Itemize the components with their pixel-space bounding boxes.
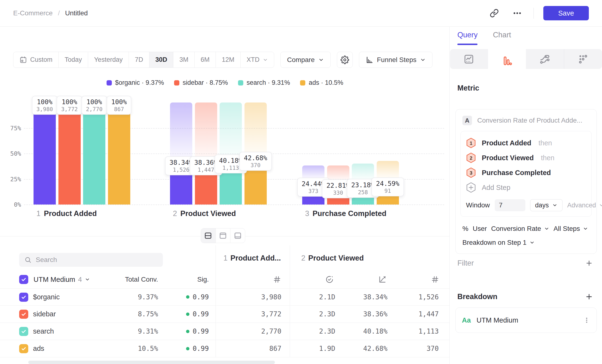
chart-type-funnel[interactable] — [488, 49, 526, 72]
add-filter-button[interactable] — [584, 258, 594, 268]
select-all-checkbox[interactable] — [19, 275, 28, 284]
add-breakdown-button[interactable] — [584, 291, 594, 302]
add-step-button[interactable]: Add Step — [466, 180, 586, 195]
step2-count: 1,113 — [395, 323, 439, 340]
tab-label: Query — [457, 31, 477, 39]
step-number: 2 — [173, 209, 177, 218]
view-table-only-button[interactable] — [230, 228, 245, 243]
y-axis-tick: 0% — [7, 201, 21, 208]
row-checkbox[interactable] — [19, 344, 28, 353]
window-unit-select[interactable]: days — [530, 199, 562, 211]
y-axis-tick: 50% — [7, 150, 21, 157]
group-by-header[interactable]: UTM Medium 4 — [33, 276, 90, 284]
funnel-bar[interactable] — [33, 103, 56, 204]
row-checkbox[interactable] — [19, 310, 28, 319]
chart-type-scatter[interactable] — [564, 49, 602, 69]
measure-user-select[interactable]: User — [473, 225, 487, 233]
window-value-input[interactable] — [495, 199, 525, 211]
step1-count-column-button[interactable] — [269, 273, 285, 285]
breadcrumb: E-Commerce / Untitled — [13, 9, 88, 17]
hash-icon — [431, 276, 439, 283]
chevron-down-icon — [552, 203, 558, 208]
row-checkbox[interactable] — [19, 293, 28, 302]
funnel-bar-dropoff — [170, 103, 192, 165]
bar-percent: 24.59% — [376, 180, 399, 187]
breadcrumb-title[interactable]: Untitled — [65, 9, 88, 17]
metric-heading: Metric — [457, 84, 479, 92]
step2-time: 2.3D — [297, 306, 335, 322]
chart-type-flow[interactable] — [526, 49, 564, 69]
chart-type-strip — [450, 49, 602, 69]
bar-percent: 22.81% — [326, 182, 350, 189]
chart-type-line[interactable] — [450, 49, 488, 69]
breakdown-on-select[interactable]: Breakdown on Step 1 — [456, 233, 596, 246]
metric-step-name: Purchase Completed — [482, 169, 551, 177]
breakdown-item-menu-button[interactable] — [583, 317, 590, 324]
table-row[interactable]: sidebar8.75%0.993,7722.3D38.36%1,447 — [0, 306, 450, 323]
step2-time-column-button[interactable] — [322, 273, 337, 285]
funnel-bar-dropoff — [327, 165, 349, 181]
table-row[interactable]: search9.31%0.992,7702.3D40.18%1,113 — [0, 323, 450, 340]
table-row[interactable]: $organic9.37%0.993,9802.1D38.34%1,526 — [0, 288, 450, 306]
search-input[interactable] — [36, 256, 158, 264]
step2-count-column-button[interactable] — [427, 273, 443, 285]
bar-percent: 100% — [36, 98, 53, 106]
funnel-bar-dropoff — [352, 164, 374, 181]
metric-title: Conversion Rate of Product Adde... — [477, 117, 582, 124]
metric-step-row[interactable]: 2Product Viewedthen — [466, 150, 586, 165]
breakdown-item-card[interactable]: Aa UTM Medium — [455, 308, 597, 333]
measure-steps-select[interactable]: All Steps — [554, 225, 588, 233]
total-conv-header[interactable]: Total Conv. — [110, 273, 158, 285]
metric-step-row[interactable]: 1Product Addedthen — [466, 136, 586, 150]
breadcrumb-project[interactable]: E-Commerce — [13, 9, 53, 17]
step-name: Product Viewed — [308, 254, 364, 262]
more-menu-button[interactable] — [511, 6, 524, 20]
step2-time: 2.3D — [297, 323, 335, 340]
metric-step-row[interactable]: 3Purchase Completed — [466, 165, 586, 180]
funnel-bar[interactable] — [58, 103, 81, 204]
step2-conv: 38.36% — [343, 306, 387, 322]
bar-count: 370 — [244, 162, 267, 168]
add-step-label: Add Step — [482, 184, 510, 192]
funnel-steps-card: 1Product Addedthen2Product Viewedthen3Pu… — [461, 131, 592, 217]
check-icon — [21, 311, 27, 317]
topbar-divider — [534, 8, 534, 19]
table-body: $organic9.37%0.993,9802.1D38.34%1,526sid… — [0, 288, 450, 357]
step2-time: 2.1D — [297, 289, 335, 305]
view-split-button[interactable] — [201, 228, 216, 243]
bar-count: 2,770 — [86, 106, 102, 112]
view-chart-only-button[interactable] — [216, 228, 231, 243]
plus-icon — [585, 259, 593, 267]
chevron-down-icon — [599, 203, 602, 208]
bar-value-label: 100%3,772 — [56, 96, 82, 115]
step2-conv-column-button[interactable] — [375, 273, 390, 285]
save-button[interactable]: Save — [543, 6, 589, 20]
svg-text:3: 3 — [470, 170, 472, 176]
metric-title-row[interactable]: A Conversion Rate of Product Adde... — [456, 116, 596, 131]
ellipsis-icon — [512, 8, 522, 18]
svg-text:1: 1 — [470, 140, 472, 146]
table-row[interactable]: ads10.5%0.998671.9D42.68%370 — [0, 340, 450, 357]
sidebar-tab-chart[interactable]: Chart — [493, 31, 511, 45]
sig-header[interactable]: Sig. — [161, 273, 209, 285]
measure-conversion-select[interactable]: Conversion Rate — [491, 225, 549, 233]
step-hexagon-badge: 3 — [466, 167, 476, 178]
significance-dot — [186, 347, 189, 350]
row-label: search — [33, 323, 110, 340]
funnel-bar[interactable] — [108, 103, 130, 204]
share-link-button[interactable] — [488, 6, 501, 20]
step-hexagon-badge: 2 — [466, 152, 476, 163]
row-checkbox[interactable] — [19, 327, 28, 336]
bar-value-label: 100%2,770 — [81, 96, 107, 115]
gridline — [24, 204, 444, 205]
bar-count: 1,526 — [170, 167, 193, 173]
step2-time: 1.9D — [297, 340, 335, 357]
bottom-panel-icon — [234, 231, 242, 240]
step2-conv: 40.18% — [343, 323, 387, 340]
horizontal-scrollbar[interactable] — [28, 361, 275, 364]
advanced-toggle[interactable]: Advanced — [567, 202, 602, 209]
funnel-bar[interactable] — [83, 103, 105, 204]
chevron-down-icon — [529, 240, 535, 245]
hash-icon — [273, 276, 281, 283]
sidebar-tab-query[interactable]: Query — [457, 31, 477, 45]
